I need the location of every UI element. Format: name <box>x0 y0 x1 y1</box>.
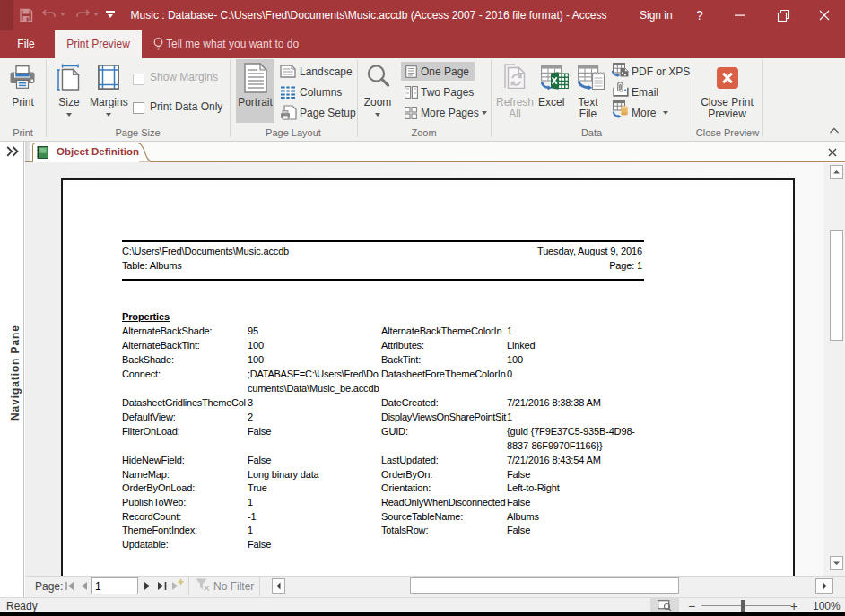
svg-text:Navigation Pane: Navigation Pane <box>9 325 22 421</box>
